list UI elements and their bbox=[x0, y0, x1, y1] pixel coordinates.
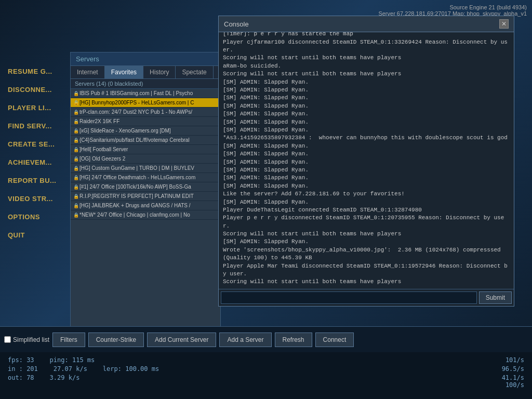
table-row[interactable]: 🔒 Raider2X 16K FF bbox=[71, 117, 220, 126]
lock-icon: 🔒 bbox=[73, 91, 78, 96]
table-row[interactable]: 🔒 ]Hell[ Football Server bbox=[71, 145, 220, 154]
out-rate-stat: 3.29 k/s bbox=[50, 374, 80, 381]
lock-icon: 🔒 bbox=[73, 194, 78, 199]
table-row[interactable]: 🔒 [HG] Custom GunGame | TURBO | DM | BUY… bbox=[71, 164, 220, 173]
console-line: [SM] ADMIN: Slapped Ryan. bbox=[223, 166, 510, 174]
console-window: Console ✕ [HG] YouTheDog suicided.Scorin… bbox=[218, 16, 514, 307]
console-line: [SM] ADMIN: Slapped Ryan. bbox=[223, 110, 510, 118]
lock-icon: 🔒 bbox=[73, 138, 78, 143]
sidebar-item-disconnect[interactable]: DISCONNE... bbox=[0, 81, 73, 99]
stats-panel: fps: 33 ping: 115 ms 101/s in : 201 27.0… bbox=[0, 352, 532, 399]
console-line: Scoring will not start until both teams … bbox=[223, 70, 510, 78]
simplified-list-checkbox-label[interactable]: Simplified list bbox=[4, 336, 49, 343]
counter-strike-button[interactable]: Counter-Strike bbox=[88, 332, 144, 347]
console-line: [SM] ADMIN: Slapped Ryan. bbox=[223, 126, 510, 134]
console-titlebar: Console ✕ bbox=[219, 16, 514, 32]
table-row[interactable]: 🔒 R.I.P.[REGISTRY IS PERFECT] PLATINUM E… bbox=[71, 192, 220, 201]
console-line: [SM] ADMIN: Slapped Ryan. bbox=[223, 238, 510, 246]
console-input-row: Submit bbox=[219, 289, 514, 306]
filters-button[interactable]: Filters bbox=[52, 332, 85, 347]
sidebar-item-report-bug[interactable]: REPORT BU... bbox=[0, 171, 73, 190]
lock-icon: 🔒 bbox=[73, 119, 78, 124]
console-title: Console bbox=[224, 20, 249, 28]
console-line: [SM] ADMIN: Slapped Ryan. bbox=[223, 174, 510, 182]
server-tabs: Internet Favorites History Spectate bbox=[71, 66, 220, 79]
lock-icon: 🔒 bbox=[73, 100, 78, 105]
lock-icon: 🔒 bbox=[73, 175, 78, 180]
refresh-button[interactable]: Refresh bbox=[275, 332, 312, 347]
table-row[interactable]: 🔒 [xG] SlideRace - XenoGamers.org [DM] bbox=[71, 126, 220, 136]
lock-icon: 🔒 bbox=[73, 128, 78, 134]
table-row[interactable]: 🔒 {C4}Sanitarium/pub/fast DL/ff/votemap … bbox=[71, 136, 220, 145]
sidebar-item-quit[interactable]: QUIT bbox=[0, 226, 73, 244]
server-panel-title: Servers bbox=[71, 52, 220, 66]
tab-history[interactable]: History bbox=[143, 66, 176, 78]
sidebar-item-video-stream[interactable]: VIDEO STR... bbox=[0, 190, 73, 208]
table-row[interactable]: 🔒 *NEW* 24/7 Office | Chicago | clanfmg.… bbox=[71, 210, 220, 220]
console-line: *As3.1415926535897932384 : whoever can b… bbox=[223, 134, 510, 142]
lock-icon: 🔒 bbox=[73, 156, 78, 162]
tab-spectate[interactable]: Spectate bbox=[176, 66, 213, 78]
console-line: Like the server? Add 67.228.181.69 to yo… bbox=[223, 190, 510, 198]
table-row[interactable]: 🔒 IBIS Pub # 1 IBISGaming.com | Fast DL … bbox=[71, 89, 220, 98]
lock-icon: 🔒 bbox=[73, 203, 78, 208]
engine-version: Source Engine 21 (build 4934) bbox=[378, 4, 527, 10]
rate4-stat: 100/s bbox=[506, 381, 524, 389]
server-panel: Servers Internet Favorites History Spect… bbox=[70, 52, 221, 327]
stats-row-2: in : 201 27.07 k/s lerp: 100.00 ms 96.5/… bbox=[8, 365, 524, 373]
console-line: Scoring will not start until both teams … bbox=[223, 230, 510, 238]
console-line: Scoring will not start until both teams … bbox=[223, 54, 510, 62]
console-input[interactable] bbox=[221, 291, 477, 304]
stats-row-4: 100/s bbox=[8, 381, 524, 389]
simplified-list-label: Simplified list bbox=[13, 336, 49, 343]
console-line: Scoring will not start until both teams … bbox=[223, 278, 510, 286]
sidebar-item-create-server[interactable]: CREATE SE... bbox=[0, 135, 73, 153]
stats-row-1: fps: 33 ping: 115 ms 101/s bbox=[8, 356, 524, 364]
server-list[interactable]: 🔒 IBIS Pub # 1 IBISGaming.com | Fast DL … bbox=[71, 89, 220, 324]
server-list-header: Servers (14) (0 blacklisted) bbox=[71, 79, 220, 89]
console-line: Player DudeThatsLegit connected SteamID … bbox=[223, 206, 510, 214]
stats-row-3: out: 78 3.29 k/s 41.1/s bbox=[8, 374, 524, 381]
console-output[interactable]: [HG] YouTheDog suicided.Scoring will not… bbox=[219, 32, 514, 289]
ping-stat: ping: 115 ms bbox=[50, 356, 95, 364]
console-line: aRam-bo suicided. bbox=[223, 62, 510, 70]
console-line: [SM] ADMIN: Slapped Ryan. bbox=[223, 94, 510, 102]
in-stat: in : 201 bbox=[8, 365, 38, 373]
console-line: Player cjfarmar100 disconnected SteamID … bbox=[223, 38, 510, 55]
table-row[interactable]: 🔒 [HG] JAILBREAK + Drugs and GANGS / HAT… bbox=[71, 201, 220, 210]
sidebar: RESUME G... DISCONNE... PLAYER LI... FIN… bbox=[0, 62, 73, 244]
console-line: [SM] ADMIN: Slapped Ryan. bbox=[223, 198, 510, 206]
sidebar-item-player-list[interactable]: PLAYER LI... bbox=[0, 99, 73, 117]
sidebar-item-resume[interactable]: RESUME G... bbox=[0, 62, 73, 81]
console-line: [SM] ADMIN: Slapped Ryan. bbox=[223, 142, 510, 150]
console-line: [SM] ADMIN: Slapped Ryan. bbox=[223, 86, 510, 94]
tab-favorites[interactable]: Favorites bbox=[105, 66, 143, 78]
table-row[interactable]: 🔒 [OG] Old Geezers 2 bbox=[71, 154, 220, 164]
rate1-stat: 101/s bbox=[506, 356, 524, 364]
sidebar-item-find-server[interactable]: FIND SERV... bbox=[0, 117, 73, 135]
lock-icon: 🔒 bbox=[73, 166, 78, 171]
table-row[interactable]: 🔒 [HG] 24/7 Office Deathmatch - HeLLsGam… bbox=[71, 173, 220, 182]
in-rate-stat: 27.07 k/s bbox=[54, 365, 87, 373]
fps-stat: fps: 33 bbox=[8, 356, 34, 364]
console-line: [SM] ADMIN: Slapped Ryan. bbox=[223, 118, 510, 126]
table-row[interactable]: 🔒 [HG] Bunnyhop2000FPS - HeLLsGamers.com… bbox=[71, 98, 220, 108]
bottom-bar: Simplified list Filters Counter-Strike A… bbox=[0, 326, 532, 352]
table-row[interactable]: 🔒 [#1] 24/7 Office [100Tick/16k/No AWP] … bbox=[71, 182, 220, 192]
add-server-button[interactable]: Add a Server bbox=[219, 332, 271, 347]
out-stat: out: 78 bbox=[8, 374, 34, 381]
lock-icon: 🔒 bbox=[73, 184, 78, 190]
console-submit-button[interactable]: Submit bbox=[479, 291, 512, 304]
add-current-server-button[interactable]: Add Current Server bbox=[147, 332, 216, 347]
simplified-list-checkbox[interactable] bbox=[4, 336, 11, 343]
sidebar-item-achievements[interactable]: ACHIEVEM... bbox=[0, 153, 73, 171]
console-close-button[interactable]: ✕ bbox=[499, 19, 509, 29]
table-row[interactable]: 🔒 trP-clan.com: 24/7 Dust2 NYC Pub 1 - N… bbox=[71, 108, 220, 117]
connect-button[interactable]: Connect bbox=[315, 332, 354, 347]
rate2-stat: 96.5/s bbox=[502, 365, 524, 373]
console-line: [SM] ADMIN: Slapped Ryan. bbox=[223, 102, 510, 110]
tab-internet[interactable]: Internet bbox=[71, 66, 105, 78]
sidebar-item-options[interactable]: OPTIONS bbox=[0, 208, 73, 226]
rate3-stat: 41.1/s bbox=[502, 374, 524, 381]
engine-info: Source Engine 21 (build 4934) Server 67.… bbox=[378, 4, 527, 17]
